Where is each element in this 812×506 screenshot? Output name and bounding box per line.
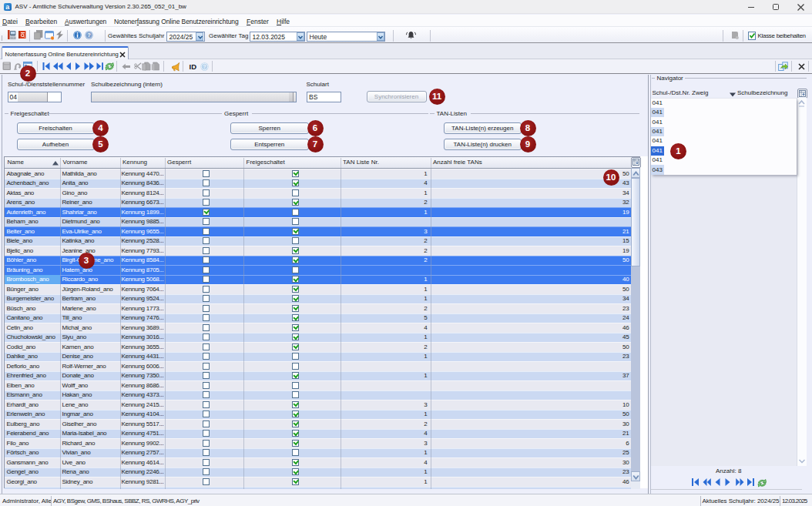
svg-text:?: ?: [87, 32, 91, 39]
svg-text:?: ?: [203, 62, 206, 69]
